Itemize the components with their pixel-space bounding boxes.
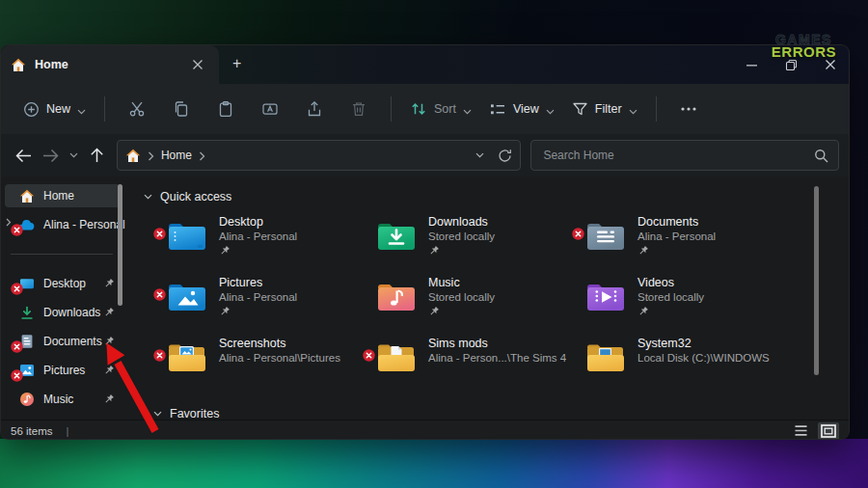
sidebar-item-alina-personal[interactable]: Alina - Personal xyxy=(5,213,121,236)
filter-button[interactable]: Filter xyxy=(563,94,646,124)
close-button[interactable] xyxy=(824,58,837,71)
sidebar-item-documents[interactable]: Documents xyxy=(5,330,121,353)
rename-icon[interactable] xyxy=(261,100,279,118)
sync-error-badge xyxy=(11,340,23,353)
sort-button[interactable]: Sort xyxy=(401,94,480,124)
quick-access-tile-sims-mods[interactable]: Sims modsAlina - Person...\The Sims 4 xyxy=(361,335,570,395)
tile-location: Stored locally xyxy=(428,230,495,243)
section-collapse-icon[interactable] xyxy=(153,411,162,417)
details-view-button[interactable] xyxy=(790,422,811,440)
large-icons-view-button[interactable] xyxy=(818,422,839,440)
documents-mini-icon xyxy=(18,334,35,350)
quick-access-tile-desktop[interactable]: DesktopAlina - Personal xyxy=(151,213,361,274)
chevron-down-icon xyxy=(629,101,637,119)
breadcrumb-separator-icon xyxy=(148,151,154,161)
pictures-mini-icon xyxy=(18,363,35,379)
address-dropdown-icon[interactable] xyxy=(475,152,484,158)
tile-location: Stored locally xyxy=(428,290,495,304)
pin-icon xyxy=(103,365,115,376)
tile-location: Alina - Personal\Pictures xyxy=(219,351,340,365)
up-button[interactable] xyxy=(86,144,109,167)
recent-locations-button[interactable] xyxy=(67,144,82,167)
quick-access-tile-music[interactable]: MusicStored locally xyxy=(361,274,570,335)
minimize-button[interactable] xyxy=(745,58,758,71)
cut-icon[interactable] xyxy=(128,100,146,118)
quick-access-tile-downloads[interactable]: DownloadsStored locally xyxy=(361,213,570,274)
home-icon xyxy=(125,149,141,163)
view-button[interactable]: View xyxy=(480,94,563,124)
sync-error-badge xyxy=(153,288,166,301)
desktop-mini-icon xyxy=(18,276,35,292)
folder-documents-icon xyxy=(585,218,626,253)
sidebar-item-label: Pictures xyxy=(43,364,85,377)
desktop-wallpaper xyxy=(0,439,868,488)
maximize-button[interactable] xyxy=(784,58,798,71)
sidebar-item-pictures[interactable]: Pictures xyxy=(5,359,121,382)
sidebar-item-downloads[interactable]: Downloads xyxy=(5,301,121,324)
section-collapse-icon[interactable] xyxy=(144,194,152,200)
toolbar-divider xyxy=(104,96,105,122)
plus-circle-icon xyxy=(23,101,40,118)
sidebar-item-music[interactable]: Music xyxy=(5,388,121,411)
chevron-down-icon xyxy=(77,101,86,119)
sidebar-item-label: Documents xyxy=(43,335,102,348)
sidebar-item-label: Music xyxy=(43,393,73,406)
sidebar-scrollbar-thumb[interactable] xyxy=(118,184,122,306)
pin-icon xyxy=(103,307,115,318)
new-tab-button[interactable]: + xyxy=(232,56,241,71)
quick-access-tile-documents[interactable]: DocumentsAlina - Personal xyxy=(570,213,779,274)
sidebar-item-desktop[interactable]: Desktop xyxy=(5,272,121,295)
address-bar[interactable]: Home xyxy=(117,140,521,171)
new-button[interactable]: New xyxy=(14,94,95,124)
watermark-line2: ERRORS xyxy=(772,44,836,59)
search-box xyxy=(530,140,839,171)
back-button[interactable] xyxy=(13,144,36,167)
new-button-label: New xyxy=(46,102,70,116)
refresh-icon[interactable] xyxy=(498,149,512,163)
command-toolbar: New Sort View Filter xyxy=(1,84,849,134)
chevron-down-icon xyxy=(463,101,472,119)
forward-button[interactable] xyxy=(40,144,63,167)
view-icon xyxy=(489,102,506,117)
downloads-mini-icon xyxy=(18,305,35,321)
chevron-down-icon xyxy=(546,101,555,119)
content-pane: Quick access DesktopAlina - PersonalDown… xyxy=(136,176,814,420)
quick-access-tile-screenshots[interactable]: ScreenshotsAlina - Personal\Pictures xyxy=(151,335,361,395)
tile-name: System32 xyxy=(637,337,770,351)
sidebar-item-label: Downloads xyxy=(43,306,100,319)
sidebar-item-home[interactable]: Home xyxy=(5,184,121,207)
quick-access-grid: DesktopAlina - PersonalDownloadsStored l… xyxy=(151,213,814,395)
section-favorites[interactable]: Favorites xyxy=(136,405,814,422)
pin-icon xyxy=(219,245,297,257)
tab-title: Home xyxy=(35,58,183,71)
quick-access-tile-pictures[interactable]: PicturesAlina - Personal xyxy=(151,274,361,335)
search-input[interactable] xyxy=(541,148,814,163)
copy-icon[interactable] xyxy=(173,100,190,118)
sidebar-divider xyxy=(11,254,113,255)
pin-icon xyxy=(219,306,297,317)
sync-error-badge xyxy=(11,283,23,295)
breadcrumb-home[interactable]: Home xyxy=(161,149,192,162)
section-quick-access[interactable]: Quick access xyxy=(136,188,814,205)
tab-close-icon[interactable] xyxy=(192,59,203,70)
search-icon[interactable] xyxy=(814,149,828,163)
tab-home[interactable]: Home xyxy=(1,45,219,84)
sync-error-badge xyxy=(153,228,166,240)
sidebar-item-label: Desktop xyxy=(43,277,86,290)
tile-location: Stored locally xyxy=(637,290,704,304)
folder-videos-icon xyxy=(585,279,626,313)
paste-icon[interactable] xyxy=(217,100,234,118)
quick-access-tile-system32[interactable]: System32Local Disk (C:)\WINDOWS xyxy=(570,335,779,395)
sidebar-item-label: Alina - Personal xyxy=(43,218,125,231)
filter-button-label: Filter xyxy=(595,102,622,116)
pin-icon xyxy=(428,245,495,257)
share-icon[interactable] xyxy=(306,100,323,118)
content-scrollbar-thumb[interactable] xyxy=(814,186,819,375)
folder-pictures-icon xyxy=(167,279,207,313)
quick-access-tile-videos[interactable]: VideosStored locally xyxy=(570,274,779,335)
delete-icon[interactable] xyxy=(350,100,367,118)
sync-error-badge xyxy=(153,349,166,362)
navigation-pane: HomeAlina - PersonalDesktopDownloadsDocu… xyxy=(1,176,126,420)
more-options-button[interactable] xyxy=(680,100,697,118)
home-icon xyxy=(18,188,35,204)
